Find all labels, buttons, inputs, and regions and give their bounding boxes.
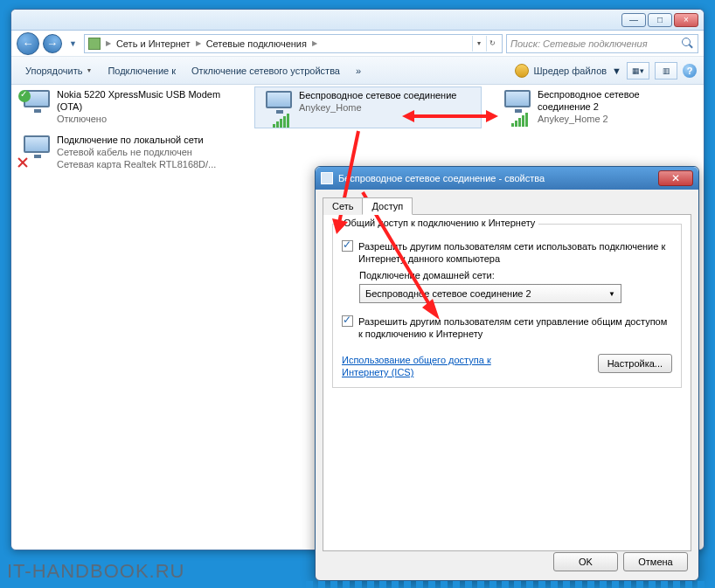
shredder-icon [515, 64, 529, 78]
tab-strip: Сеть Доступ [323, 197, 691, 215]
ok-button[interactable]: OK [553, 552, 618, 571]
maximize-button[interactable]: □ [648, 13, 672, 27]
connection-detail: Anykey_Home 2 [538, 113, 693, 125]
toolbar-overflow[interactable]: » [349, 62, 368, 80]
connection-name: Nokia 5220 XpressMusic USB Modem (OTA) [57, 88, 239, 113]
breadcrumb-root[interactable]: Сеть и Интернет [116, 38, 191, 49]
tab-access[interactable]: Доступ [362, 197, 413, 215]
tab-panel-access: Общий доступ к подключению к Интернету Р… [323, 214, 691, 551]
connect-to-menu[interactable]: Подключение к [101, 62, 183, 80]
watermark-text: IT-HANDBOOK.RU [7, 560, 184, 583]
ics-groupbox: Общий доступ к подключению к Интернету Р… [332, 224, 682, 388]
chevron-down-icon: ▼ [612, 66, 621, 76]
allow-control-checkbox[interactable] [342, 315, 353, 327]
home-network-combo[interactable]: Беспроводное сетевое соединение 2 ▼ [359, 284, 621, 303]
close-button[interactable]: × [674, 13, 698, 27]
view-options-button[interactable]: ▦▾ [627, 62, 649, 80]
breadcrumb-separator-icon: ▶ [106, 39, 111, 47]
chevron-down-icon: ▼ [86, 67, 92, 73]
allow-sharing-label: Разрешить другим пользователям сети испо… [358, 240, 672, 265]
breadcrumb-separator-icon: ▶ [196, 39, 201, 47]
search-icon [682, 38, 694, 50]
refresh-icon[interactable]: ↻ [486, 36, 498, 52]
command-toolbar: Упорядочить▼ Подключение к Отключение се… [11, 57, 704, 85]
ics-help-link[interactable]: Использование общего доступа к Интернету… [342, 354, 517, 378]
connection-name: Беспроводное сетевое соединение 2 [538, 88, 693, 113]
search-placeholder: Поиск: Сетевые подключения [510, 38, 648, 49]
properties-dialog: Беспроводное сетевое соединение - свойст… [315, 166, 699, 581]
network-location-icon [88, 38, 101, 50]
disable-device-button[interactable]: Отключение сетевого устройства [184, 62, 347, 80]
breadcrumb-separator-icon: ▶ [312, 39, 317, 47]
back-button[interactable]: ← [17, 32, 39, 55]
wifi-icon [257, 89, 299, 128]
search-input[interactable]: Поиск: Сетевые подключения [506, 34, 698, 53]
connection-detail: Anykey_Home [299, 101, 456, 114]
minimize-button[interactable]: — [621, 13, 646, 27]
shredder-button[interactable]: Шредер файлов [534, 66, 607, 76]
preview-pane-button[interactable]: ▥ [655, 62, 677, 80]
connection-status: Отключено [57, 113, 239, 125]
dialog-titlebar[interactable]: Беспроводное сетевое соединение - свойст… [316, 167, 698, 190]
navigation-row: ← ← ▼ ▶ Сеть и Интернет ▶ Сетевые подклю… [11, 31, 704, 57]
nav-history-dropdown[interactable]: ▼ [66, 39, 80, 48]
connection-item[interactable]: Подключение по локальной сети Сетевой ка… [13, 132, 275, 174]
tab-network[interactable]: Сеть [323, 197, 363, 215]
group-legend: Общий доступ к подключению к Интернету [340, 218, 538, 228]
cancel-button[interactable]: Отмена [623, 552, 688, 571]
breadcrumb-current[interactable]: Сетевые подключения [206, 38, 307, 49]
forward-button[interactable]: ← [43, 34, 62, 53]
dialog-close-button[interactable]: ✕ [658, 170, 693, 186]
connection-detail: Сетевая карта Realtek RTL8168D/... [57, 158, 216, 170]
address-dropdown-icon[interactable]: ▾ [472, 36, 484, 52]
ethernet-icon [15, 134, 57, 172]
network-icon [321, 172, 333, 184]
chevron-down-icon: ▼ [608, 290, 615, 298]
address-bar[interactable]: ▶ Сеть и Интернет ▶ Сетевые подключения … [84, 34, 503, 53]
allow-sharing-checkbox[interactable] [342, 240, 353, 252]
settings-button[interactable]: Настройка... [598, 354, 672, 373]
connection-item[interactable]: Nokia 5220 XpressMusic USB Modem (OTA) О… [13, 86, 240, 128]
connection-item-selected[interactable]: Беспроводное сетевое соединение Anykey_H… [254, 86, 482, 128]
home-network-label: Подключение домашней сети: [359, 270, 672, 280]
allow-control-label: Разрешить другим пользователям сети упра… [358, 315, 672, 340]
organize-menu[interactable]: Упорядочить▼ [18, 62, 99, 80]
combo-value: Беспроводное сетевое соединение 2 [365, 288, 531, 299]
window-titlebar: — □ × [11, 10, 704, 31]
dialog-title: Беспроводное сетевое соединение - свойст… [338, 173, 545, 183]
modem-icon [15, 88, 57, 127]
connection-status: Сетевой кабель не подключен [57, 146, 216, 158]
wifi-icon [496, 88, 538, 127]
connection-name: Беспроводное сетевое соединение [299, 89, 456, 101]
connection-item[interactable]: Беспроводное сетевое соединение 2 Anykey… [494, 86, 695, 128]
connection-name: Подключение по локальной сети [57, 134, 216, 146]
help-icon[interactable]: ? [683, 64, 697, 78]
